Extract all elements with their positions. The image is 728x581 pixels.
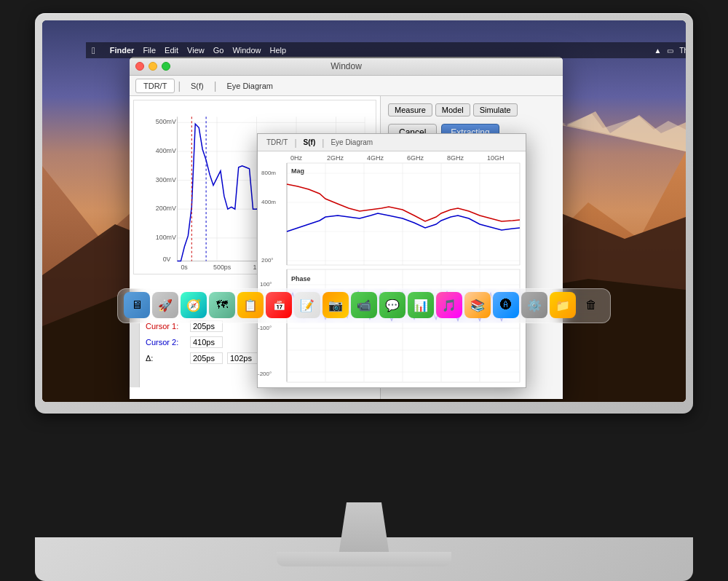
menu-edit[interactable]: Edit: [165, 46, 178, 55]
traffic-lights: [135, 62, 170, 71]
svg-text:0Hz: 0Hz: [290, 154, 303, 162]
dock-ibooks[interactable]: 📚: [464, 292, 491, 318]
menubar:  Finder File Edit View Go Window Help ▲…: [86, 42, 686, 58]
right-tabs: Measure Model Simulate: [388, 103, 555, 116]
maximize-button[interactable]: [162, 62, 170, 71]
svg-text:400m: 400m: [261, 199, 276, 205]
main-tabs-row: TDR/T | S(f) | Eye Diagram: [130, 76, 563, 96]
dock-trash[interactable]: 🗑: [578, 292, 604, 318]
menu-go[interactable]: Go: [213, 46, 224, 55]
imac-screen:  Finder File Edit View Go Window Help ▲…: [42, 20, 686, 402]
svg-text:6GHz: 6GHz: [407, 154, 424, 162]
cursor2-value: 410ps: [190, 336, 223, 348]
svg-text:200°: 200°: [261, 257, 274, 264]
dock-calendar[interactable]: 📅: [266, 292, 292, 318]
svg-text:500mV: 500mV: [156, 118, 176, 125]
tab-model[interactable]: Model: [435, 103, 470, 116]
imac-frame:  Finder File Edit View Go Window Help ▲…: [35, 13, 693, 414]
menubar-right: ▲ ▭ Thu 9:41 AM: [654, 47, 686, 55]
menubar-left:  Finder File Edit View Go Window Help: [92, 45, 286, 56]
dock-safari[interactable]: 🧭: [181, 292, 207, 318]
wifi-icon: ▲: [654, 47, 661, 55]
delta-label: Δ:: [146, 354, 186, 363]
apple-menu[interactable]: : [92, 45, 95, 56]
menu-help[interactable]: Help: [270, 46, 287, 55]
menu-finder[interactable]: Finder: [110, 46, 135, 55]
svg-rect-54: [287, 269, 520, 382]
dock-facetime[interactable]: 📹: [351, 292, 377, 318]
svg-text:Phase: Phase: [291, 275, 311, 282]
menu-window[interactable]: Window: [232, 46, 261, 55]
freq-chart-area: 0Hz 2GHz 4GHz 6GHz 8GHz 10GH Mag 800m 40…: [258, 151, 526, 387]
cursor2-label: Cursor 2:: [146, 338, 186, 347]
window-titlebar: Window: [130, 57, 563, 76]
dock-folder[interactable]: 📁: [550, 292, 576, 318]
tab-tdr[interactable]: TDR/T: [135, 79, 175, 93]
svg-text:200mV: 200mV: [156, 205, 176, 212]
dock-numbers[interactable]: 📊: [408, 292, 434, 318]
dock-notes[interactable]: 📋: [237, 292, 264, 318]
imac-stand-base: [277, 552, 451, 566]
tab-eye[interactable]: Eye Diagram: [219, 79, 280, 92]
freq-tab-sf[interactable]: S(f): [299, 137, 320, 148]
dock-photos[interactable]: 📷: [323, 292, 349, 318]
svg-text:0V: 0V: [163, 256, 171, 263]
svg-text:100°: 100°: [260, 281, 272, 288]
dock-finder[interactable]: 🖥: [124, 292, 150, 318]
minimize-button[interactable]: [149, 62, 157, 71]
svg-text:-100°: -100°: [258, 325, 272, 331]
window-title: Window: [331, 61, 362, 71]
close-button[interactable]: [135, 62, 144, 71]
svg-text:Mag: Mag: [291, 167, 304, 175]
svg-text:-200°: -200°: [258, 371, 272, 377]
tab-measure[interactable]: Measure: [388, 103, 432, 116]
dock-maps[interactable]: 🗺: [209, 292, 235, 318]
dock-appstore[interactable]: 🅐: [493, 292, 519, 318]
tab-sf[interactable]: S(f): [183, 79, 211, 92]
delta-half-value: 102ps: [227, 352, 260, 364]
freq-tab-tdr[interactable]: TDR/T: [262, 137, 292, 148]
freq-tab-eye[interactable]: Eye Diagram: [326, 137, 377, 148]
battery-icon: ▭: [667, 47, 673, 55]
svg-text:0s: 0s: [181, 264, 188, 271]
menu-file[interactable]: File: [143, 46, 156, 55]
freq-window: TDR/T | S(f) | Eye Diagram 0Hz 2GHz 4GHz…: [257, 133, 526, 388]
svg-text:800m: 800m: [261, 170, 276, 176]
svg-rect-38: [287, 163, 520, 265]
svg-text:10GH: 10GH: [487, 154, 505, 162]
svg-text:400mV: 400mV: [156, 147, 176, 154]
freq-tabs-row: TDR/T | S(f) | Eye Diagram: [258, 134, 526, 151]
dock-reminders[interactable]: 📝: [294, 292, 320, 318]
freq-chart-svg: 0Hz 2GHz 4GHz 6GHz 8GHz 10GH Mag 800m 40…: [258, 151, 527, 389]
dock: 🖥 🚀 🧭 🗺 📋 📅 📝: [117, 288, 611, 323]
menu-view[interactable]: View: [187, 46, 205, 55]
svg-text:4GHz: 4GHz: [367, 154, 384, 162]
dock-itunes[interactable]: 🎵: [436, 292, 462, 318]
dock-launchpad[interactable]: 🚀: [152, 292, 178, 318]
clock: Thu 9:41 AM: [679, 47, 686, 55]
tab-simulate[interactable]: Simulate: [473, 103, 518, 116]
dock-messages[interactable]: 💬: [379, 292, 405, 318]
svg-text:100mV: 100mV: [156, 234, 176, 241]
svg-text:500ps: 500ps: [213, 264, 232, 271]
svg-text:300mV: 300mV: [156, 176, 176, 183]
svg-text:2GHz: 2GHz: [327, 154, 344, 162]
delta-value: 205ps: [190, 352, 223, 364]
svg-text:8GHz: 8GHz: [447, 154, 464, 162]
dock-sysprefs[interactable]: ⚙️: [521, 292, 547, 318]
